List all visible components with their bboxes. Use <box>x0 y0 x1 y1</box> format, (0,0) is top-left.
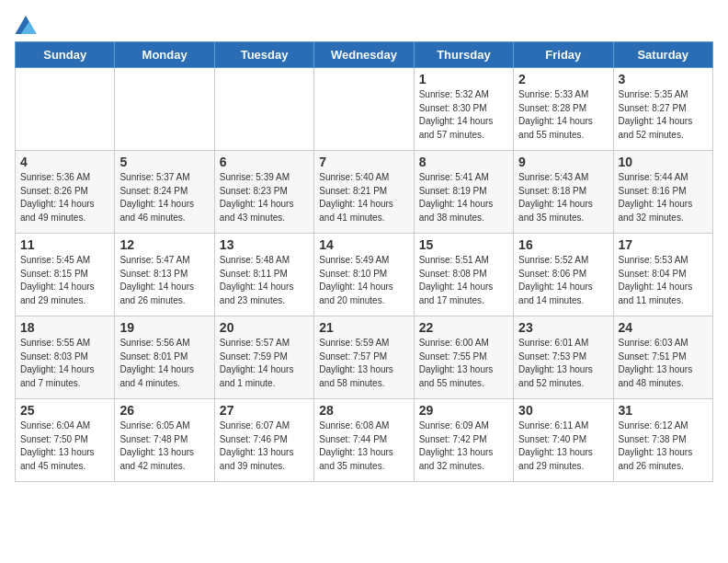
day-number: 12 <box>119 237 209 252</box>
logo <box>15 15 40 34</box>
calendar-cell: 9Sunrise: 5:43 AM Sunset: 8:18 PM Daylig… <box>514 151 613 234</box>
day-number: 9 <box>518 155 608 169</box>
day-number: 3 <box>619 72 708 86</box>
calendar-cell: 25Sunrise: 6:04 AM Sunset: 7:50 PM Dayli… <box>16 399 115 482</box>
day-number: 7 <box>319 155 408 169</box>
day-info: Sunrise: 5:53 AM Sunset: 8:04 PM Dayligh… <box>619 254 708 307</box>
calendar-cell: 13Sunrise: 5:48 AM Sunset: 8:11 PM Dayli… <box>214 234 313 316</box>
calendar-cell: 14Sunrise: 5:49 AM Sunset: 8:10 PM Dayli… <box>314 234 414 316</box>
day-info: Sunrise: 5:44 AM Sunset: 8:16 PM Dayligh… <box>619 171 708 224</box>
day-number: 28 <box>319 403 408 418</box>
day-header-thursday: Thursday <box>414 42 513 68</box>
day-number: 1 <box>419 72 508 86</box>
calendar-body: 1Sunrise: 5:32 AM Sunset: 8:30 PM Daylig… <box>16 68 713 482</box>
calendar-week-row: 25Sunrise: 6:04 AM Sunset: 7:50 PM Dayli… <box>16 399 713 482</box>
calendar-cell: 22Sunrise: 6:00 AM Sunset: 7:55 PM Dayli… <box>414 316 513 399</box>
calendar-cell: 29Sunrise: 6:09 AM Sunset: 7:42 PM Dayli… <box>414 399 513 482</box>
calendar-cell: 26Sunrise: 6:05 AM Sunset: 7:48 PM Dayli… <box>115 399 214 482</box>
calendar-cell: 4Sunrise: 5:36 AM Sunset: 8:26 PM Daylig… <box>16 151 115 234</box>
day-number: 8 <box>419 155 508 169</box>
calendar-cell: 1Sunrise: 5:32 AM Sunset: 8:30 PM Daylig… <box>414 68 513 151</box>
day-info: Sunrise: 5:32 AM Sunset: 8:30 PM Dayligh… <box>419 88 508 142</box>
day-info: Sunrise: 6:04 AM Sunset: 7:50 PM Dayligh… <box>20 419 109 473</box>
calendar-cell <box>214 68 313 151</box>
day-number: 14 <box>319 237 408 252</box>
day-header-monday: Monday <box>115 42 214 68</box>
calendar-cell <box>16 68 115 151</box>
day-number: 15 <box>419 237 508 252</box>
day-number: 27 <box>220 403 309 418</box>
day-number: 18 <box>20 320 109 335</box>
calendar-cell: 18Sunrise: 5:55 AM Sunset: 8:03 PM Dayli… <box>16 316 115 399</box>
header <box>15 15 713 34</box>
day-info: Sunrise: 5:36 AM Sunset: 8:26 PM Dayligh… <box>20 171 109 224</box>
day-info: Sunrise: 6:12 AM Sunset: 7:38 PM Dayligh… <box>619 419 708 473</box>
day-header-sunday: Sunday <box>16 42 115 68</box>
calendar-cell: 24Sunrise: 6:03 AM Sunset: 7:51 PM Dayli… <box>613 316 712 399</box>
day-info: Sunrise: 5:57 AM Sunset: 7:59 PM Dayligh… <box>220 337 309 390</box>
calendar-cell: 16Sunrise: 5:52 AM Sunset: 8:06 PM Dayli… <box>514 234 613 316</box>
day-number: 11 <box>20 237 109 252</box>
calendar-cell: 27Sunrise: 6:07 AM Sunset: 7:46 PM Dayli… <box>214 399 313 482</box>
day-number: 13 <box>220 237 309 252</box>
day-info: Sunrise: 5:41 AM Sunset: 8:19 PM Dayligh… <box>419 171 508 224</box>
calendar-cell: 28Sunrise: 6:08 AM Sunset: 7:44 PM Dayli… <box>314 399 414 482</box>
day-number: 6 <box>220 155 309 169</box>
day-number: 30 <box>518 403 608 418</box>
day-info: Sunrise: 6:11 AM Sunset: 7:40 PM Dayligh… <box>518 419 608 473</box>
calendar-cell <box>115 68 214 151</box>
calendar-cell: 21Sunrise: 5:59 AM Sunset: 7:57 PM Dayli… <box>314 316 414 399</box>
day-info: Sunrise: 5:52 AM Sunset: 8:06 PM Dayligh… <box>518 254 608 307</box>
calendar-cell: 12Sunrise: 5:47 AM Sunset: 8:13 PM Dayli… <box>115 234 214 316</box>
day-info: Sunrise: 5:55 AM Sunset: 8:03 PM Dayligh… <box>20 337 109 390</box>
calendar-cell: 30Sunrise: 6:11 AM Sunset: 7:40 PM Dayli… <box>514 399 613 482</box>
day-info: Sunrise: 5:59 AM Sunset: 7:57 PM Dayligh… <box>319 337 408 390</box>
day-info: Sunrise: 5:33 AM Sunset: 8:28 PM Dayligh… <box>518 88 608 142</box>
calendar-cell: 7Sunrise: 5:40 AM Sunset: 8:21 PM Daylig… <box>314 151 414 234</box>
day-number: 23 <box>518 320 608 335</box>
day-info: Sunrise: 5:56 AM Sunset: 8:01 PM Dayligh… <box>119 337 209 390</box>
day-info: Sunrise: 5:49 AM Sunset: 8:10 PM Dayligh… <box>319 254 408 307</box>
calendar-cell <box>314 68 414 151</box>
day-info: Sunrise: 5:37 AM Sunset: 8:24 PM Dayligh… <box>119 171 209 224</box>
day-number: 22 <box>419 320 508 335</box>
calendar-week-row: 11Sunrise: 5:45 AM Sunset: 8:15 PM Dayli… <box>16 234 713 316</box>
day-number: 25 <box>20 403 109 418</box>
calendar-cell: 15Sunrise: 5:51 AM Sunset: 8:08 PM Dayli… <box>414 234 513 316</box>
day-info: Sunrise: 6:09 AM Sunset: 7:42 PM Dayligh… <box>419 419 508 473</box>
day-info: Sunrise: 5:47 AM Sunset: 8:13 PM Dayligh… <box>119 254 209 307</box>
day-number: 2 <box>518 72 608 86</box>
calendar-cell: 2Sunrise: 5:33 AM Sunset: 8:28 PM Daylig… <box>514 68 613 151</box>
day-number: 19 <box>119 320 209 335</box>
day-number: 24 <box>619 320 708 335</box>
day-header-wednesday: Wednesday <box>314 42 414 68</box>
day-number: 20 <box>220 320 309 335</box>
day-number: 17 <box>619 237 708 252</box>
day-number: 21 <box>319 320 408 335</box>
calendar-cell: 8Sunrise: 5:41 AM Sunset: 8:19 PM Daylig… <box>414 151 513 234</box>
day-info: Sunrise: 6:08 AM Sunset: 7:44 PM Dayligh… <box>319 419 408 473</box>
logo-icon <box>15 16 37 34</box>
day-info: Sunrise: 5:43 AM Sunset: 8:18 PM Dayligh… <box>518 171 608 224</box>
day-number: 10 <box>619 155 708 169</box>
day-number: 5 <box>119 155 209 169</box>
calendar-cell: 31Sunrise: 6:12 AM Sunset: 7:38 PM Dayli… <box>613 399 712 482</box>
calendar-cell: 3Sunrise: 5:35 AM Sunset: 8:27 PM Daylig… <box>613 68 712 151</box>
day-header-saturday: Saturday <box>613 42 712 68</box>
day-number: 16 <box>518 237 608 252</box>
calendar-week-row: 18Sunrise: 5:55 AM Sunset: 8:03 PM Dayli… <box>16 316 713 399</box>
day-info: Sunrise: 5:35 AM Sunset: 8:27 PM Dayligh… <box>619 88 708 142</box>
calendar-header-row: SundayMondayTuesdayWednesdayThursdayFrid… <box>16 42 713 68</box>
day-info: Sunrise: 5:48 AM Sunset: 8:11 PM Dayligh… <box>220 254 309 307</box>
day-header-friday: Friday <box>514 42 613 68</box>
calendar-cell: 23Sunrise: 6:01 AM Sunset: 7:53 PM Dayli… <box>514 316 613 399</box>
calendar-cell: 17Sunrise: 5:53 AM Sunset: 8:04 PM Dayli… <box>613 234 712 316</box>
day-info: Sunrise: 6:00 AM Sunset: 7:55 PM Dayligh… <box>419 337 508 390</box>
day-number: 26 <box>119 403 209 418</box>
day-header-tuesday: Tuesday <box>214 42 313 68</box>
calendar-table: SundayMondayTuesdayWednesdayThursdayFrid… <box>15 41 713 482</box>
day-info: Sunrise: 5:51 AM Sunset: 8:08 PM Dayligh… <box>419 254 508 307</box>
day-info: Sunrise: 6:05 AM Sunset: 7:48 PM Dayligh… <box>119 419 209 473</box>
day-number: 29 <box>419 403 508 418</box>
day-info: Sunrise: 5:45 AM Sunset: 8:15 PM Dayligh… <box>20 254 109 307</box>
